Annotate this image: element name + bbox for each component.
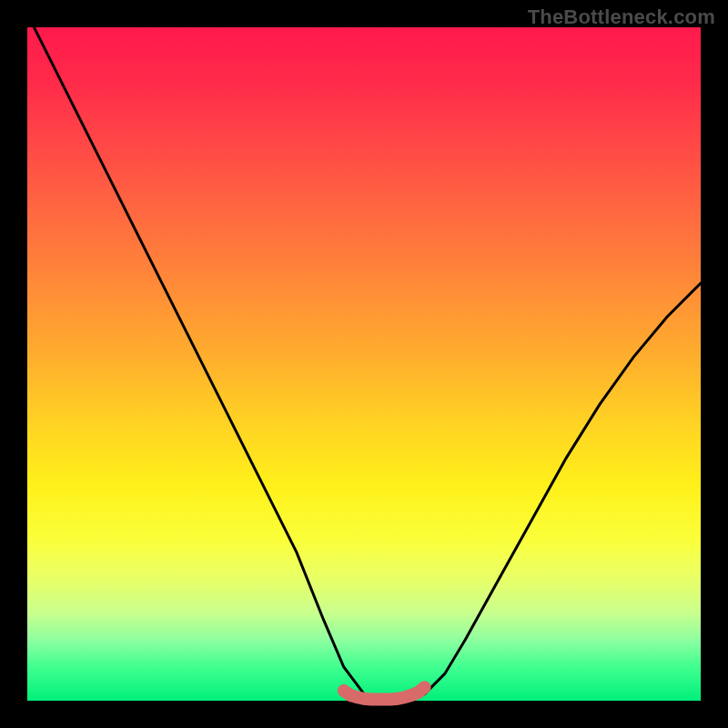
chart-svg bbox=[27, 27, 701, 701]
flat-zone-marker bbox=[344, 687, 425, 699]
watermark-text: TheBottleneck.com bbox=[528, 5, 715, 29]
bottleneck-curve bbox=[27, 14, 701, 701]
plot-area bbox=[27, 27, 701, 701]
chart-frame: TheBottleneck.com bbox=[0, 0, 728, 728]
